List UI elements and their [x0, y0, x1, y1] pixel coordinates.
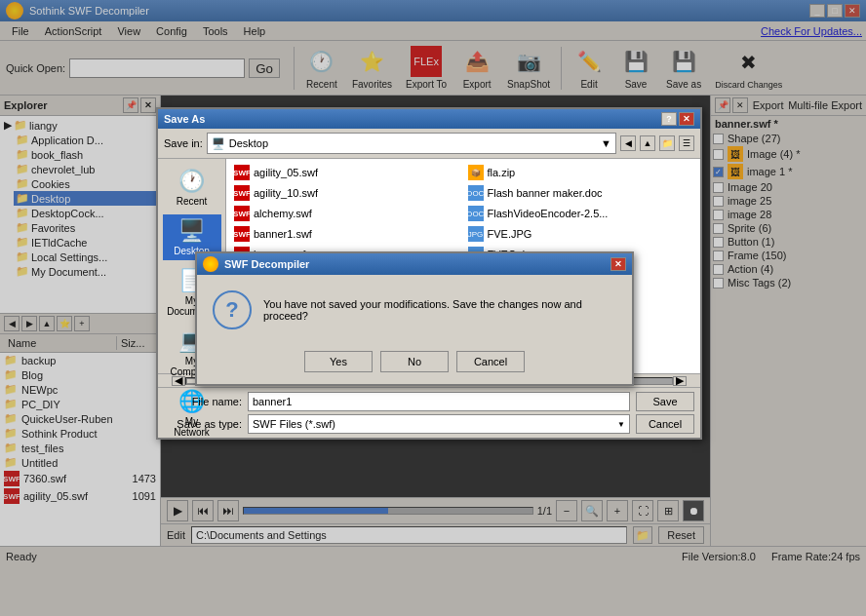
- file-entry[interactable]: DOCFlash banner maker.doc: [464, 183, 697, 203]
- confirm-message: You have not saved your modifications. S…: [263, 298, 616, 322]
- confirm-body: ? You have not saved your modifications.…: [197, 275, 632, 345]
- confirm-title-text: SWF Decompiler: [224, 258, 309, 270]
- save-in-label: Save in:: [164, 137, 203, 149]
- save-cancel-button[interactable]: Cancel: [636, 414, 694, 434]
- saveas-back-button[interactable]: ◀: [620, 135, 636, 151]
- filetype-label: Save as type:: [164, 418, 242, 430]
- desktop-icon: 🖥️: [178, 218, 205, 244]
- doc-icon: DOC: [468, 185, 484, 201]
- swf-icon: SWF: [234, 206, 250, 221]
- save-as-title-bar: Save As ? ✕: [158, 109, 700, 129]
- filetype-combo-arrow: ▼: [617, 420, 625, 429]
- file-entry[interactable]: SWFbanner1.swf: [230, 224, 463, 244]
- saveas-sidebar-recent[interactable]: 🕐 Recent: [163, 165, 221, 211]
- save-as-close-button[interactable]: ✕: [679, 112, 694, 126]
- filename-row: File name: Save: [164, 392, 694, 411]
- filename-input[interactable]: [248, 392, 630, 411]
- save-as-title-buttons: ? ✕: [661, 112, 694, 126]
- save-confirm-button[interactable]: Save: [636, 392, 694, 411]
- file-entry[interactable]: JPGFVE.JPG: [464, 224, 697, 244]
- file-entry[interactable]: DOCFlashVideoEncoder-2.5...: [464, 204, 697, 223]
- filetype-combo[interactable]: SWF Files (*.swf) ▼: [248, 414, 630, 434]
- desktop-icon: 🖥️: [212, 137, 225, 150]
- confirm-dialog: SWF Decompiler ✕ ? You have not saved yo…: [195, 251, 634, 386]
- filename-label: File name:: [164, 396, 242, 407]
- confirm-no-button[interactable]: No: [380, 351, 449, 372]
- confirm-yes-button[interactable]: Yes: [304, 351, 373, 372]
- confirm-question-icon: ?: [213, 290, 252, 329]
- scrollbar-right-button[interactable]: ▶: [673, 376, 687, 386]
- save-as-bottom: File name: Save Save as type: SWF Files …: [158, 387, 700, 438]
- save-in-value: Desktop: [229, 137, 597, 149]
- save-as-toolbar: Save in: 🖥️ Desktop ▼ ◀ ▲ 📁 ☰: [158, 129, 700, 159]
- saveas-view-button[interactable]: ☰: [679, 135, 694, 151]
- swf-icon: SWF: [234, 226, 250, 242]
- file-entry[interactable]: SWFalchemy.swf: [230, 204, 463, 223]
- doc-icon: DOC: [468, 206, 484, 221]
- saveas-up-button[interactable]: ▲: [640, 135, 655, 151]
- swf-decompiler-icon: [203, 256, 218, 272]
- confirm-title-bar: SWF Decompiler ✕: [197, 253, 632, 275]
- saveas-new-folder-button[interactable]: 📁: [659, 135, 675, 151]
- file-entry[interactable]: SWFagility_10.swf: [230, 183, 463, 203]
- combo-arrow-icon: ▼: [601, 137, 611, 149]
- file-entry[interactable]: SWFagility_05.swf: [230, 163, 463, 182]
- recent-icon: 🕐: [178, 169, 205, 194]
- filetype-row: Save as type: SWF Files (*.swf) ▼ Cancel: [164, 414, 694, 434]
- save-as-help-button[interactable]: ?: [661, 112, 677, 126]
- swf-icon: SWF: [234, 185, 250, 201]
- img-icon: JPG: [468, 226, 484, 242]
- file-entry[interactable]: 📦fla.zip: [464, 163, 697, 182]
- confirm-buttons: Yes No Cancel: [197, 345, 632, 384]
- confirm-close-button[interactable]: ✕: [610, 257, 626, 271]
- confirm-title-left: SWF Decompiler: [203, 256, 309, 272]
- save-in-combo[interactable]: 🖥️ Desktop ▼: [207, 133, 616, 154]
- save-as-title-label: Save As: [164, 113, 205, 125]
- zip-icon: 📦: [468, 165, 484, 180]
- swf-icon: SWF: [234, 165, 250, 180]
- scrollbar-left-button[interactable]: ◀: [172, 376, 185, 386]
- confirm-cancel-button[interactable]: Cancel: [456, 351, 525, 372]
